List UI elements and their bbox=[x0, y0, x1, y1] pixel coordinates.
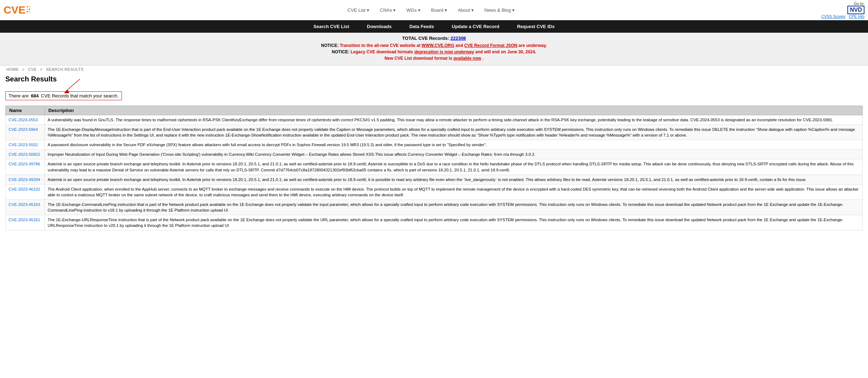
notice1-text2: and bbox=[455, 43, 464, 48]
notice-2: NOTICE: Legacy CVE download formats depr… bbox=[0, 49, 868, 54]
cve-link[interactable]: CVE-2023-45161 bbox=[9, 218, 40, 222]
secnav-update[interactable]: Update a CVE Record bbox=[452, 24, 499, 29]
cve-link[interactable]: CVE-2023-46102 bbox=[9, 187, 40, 191]
notice2-link1[interactable]: deprecation is now underway bbox=[414, 49, 474, 54]
cve-logo-dots bbox=[27, 6, 30, 12]
breadcrumb-sep1: > bbox=[22, 67, 26, 71]
notice3-text2: . bbox=[482, 56, 483, 61]
secnav-search[interactable]: Search CVE List bbox=[314, 24, 349, 29]
table-row: CVE-2023-5552A password disclosure vulne… bbox=[6, 140, 863, 150]
cve-link[interactable]: CVE-2023-5552 bbox=[9, 143, 38, 147]
menu-item-cnas[interactable]: CNAs ▾ bbox=[380, 7, 396, 13]
notice1-link2[interactable]: CVE Record Format JSON bbox=[464, 43, 517, 48]
breadcrumb-home[interactable]: HOME bbox=[6, 67, 19, 71]
table-row: CVE-2024-0553A vulnerability was found i… bbox=[6, 115, 863, 125]
notice2-text1: Legacy CVE download formats bbox=[350, 49, 414, 54]
cve-link[interactable]: CVE-2023-49294 bbox=[9, 177, 40, 182]
table-row: CVE-2023-50822Improper Neutralization of… bbox=[6, 150, 863, 159]
notice-bar: TOTAL CVE Records: 222308 NOTICE: Transi… bbox=[0, 33, 868, 65]
cve-id-cell: CVE-2023-45161 bbox=[6, 215, 45, 230]
cve-logo[interactable]: CVE bbox=[4, 5, 30, 15]
cve-description-cell: The 1E-Exchange-DisplayMessageInstructio… bbox=[45, 125, 863, 140]
menu-item-wgs[interactable]: WGs ▾ bbox=[406, 7, 420, 13]
table-row: CVE-2023-45161The 1E-Exchange-URLRespons… bbox=[6, 215, 863, 230]
breadcrumb-results: SEARCH RESULTS bbox=[46, 67, 84, 71]
svg-line-0 bbox=[66, 79, 80, 91]
cve-logo-text: CVE bbox=[4, 5, 26, 15]
cve-link[interactable]: CVE-2023-50822 bbox=[9, 152, 40, 156]
total-records: TOTAL CVE Records: 222308 bbox=[0, 36, 868, 41]
cve-id-cell: CVE-2023-46102 bbox=[6, 184, 45, 199]
cve-description-cell: The 1E-Exchange-URLResponseTime instruct… bbox=[45, 215, 863, 230]
total-label: TOTAL CVE Records: bbox=[402, 36, 449, 41]
nvd-link-cpe[interactable]: CPE Info bbox=[849, 14, 864, 18]
page-title: Search Results bbox=[5, 75, 863, 83]
cve-id-cell: CVE-2023-5964 bbox=[6, 125, 45, 140]
cve-link[interactable]: CVE-2024-0553 bbox=[9, 118, 38, 122]
cve-description-cell: The Android Client application, when enr… bbox=[45, 184, 863, 199]
breadcrumb: HOME > CVE > SEARCH RESULTS bbox=[0, 65, 868, 73]
cve-id-cell: CVE-2023-49786 bbox=[6, 159, 45, 175]
menu-item-cvelist[interactable]: CVE List ▾ bbox=[348, 7, 369, 13]
main-content: Search Results There are 684 CVE Records… bbox=[0, 73, 868, 236]
table-row: CVE-2023-49294Asterisk is an open source… bbox=[6, 175, 863, 184]
notice3-link1[interactable]: available now bbox=[454, 56, 481, 61]
secnav-downloads[interactable]: Downloads bbox=[367, 24, 391, 29]
cve-id-cell: CVE-2024-0553 bbox=[6, 115, 45, 125]
total-count[interactable]: 222308 bbox=[450, 36, 466, 41]
top-menu: CVE List ▾ CNAs ▾ WGs ▾ Board ▾ About ▾ … bbox=[41, 7, 821, 13]
nvd-link-cvss[interactable]: CVSS Scores bbox=[821, 14, 845, 18]
goto-label: Go to: bbox=[854, 1, 864, 6]
cve-link[interactable]: CVE-2023-5964 bbox=[9, 127, 38, 132]
annotation-area: There are 684 CVE Records that match you… bbox=[5, 86, 863, 104]
nvd-logo[interactable]: NVD bbox=[847, 6, 864, 14]
menu-item-about[interactable]: About ▾ bbox=[458, 7, 474, 13]
breadcrumb-cve[interactable]: CVE bbox=[28, 67, 37, 71]
top-navigation: CVE CVE List ▾ CNAs ▾ WGs ▾ Board ▾ bbox=[0, 0, 868, 20]
count-prefix: There are bbox=[9, 93, 28, 99]
notice1-link1[interactable]: WWW.CVE.ORG bbox=[422, 43, 454, 48]
col-header-desc: Description bbox=[45, 106, 863, 115]
cve-description-cell: A password disclosure vulnerability in t… bbox=[45, 140, 863, 150]
cve-description-cell: The 1E-Exchange-CommandLinePing instruct… bbox=[45, 199, 863, 215]
secondary-navigation: Search CVE List Downloads Data Feeds Upd… bbox=[0, 20, 868, 33]
table-row: CVE-2023-5964The 1E-Exchange-DisplayMess… bbox=[6, 125, 863, 140]
breadcrumb-sep2: > bbox=[40, 67, 44, 71]
notice2-prefix: NOTICE: bbox=[332, 49, 351, 54]
results-table: Name Description CVE-2024-0553A vulnerab… bbox=[5, 106, 863, 230]
nvd-area: Go to: NVD CVSS Scores CPE Info bbox=[821, 1, 864, 18]
notice3-text1: New CVE List download format is bbox=[385, 56, 454, 61]
notice1-prefix: NOTICE: bbox=[321, 43, 340, 48]
menu-item-board[interactable]: Board ▾ bbox=[431, 7, 447, 13]
result-count: 684 bbox=[31, 93, 39, 99]
cve-link[interactable]: CVE-2023-45163 bbox=[9, 202, 40, 207]
notice-1: NOTICE: Transition to the all-new CVE we… bbox=[0, 43, 868, 48]
nvd-links: CVSS Scores CPE Info bbox=[821, 14, 864, 18]
cve-link[interactable]: CVE-2023-49786 bbox=[9, 162, 40, 166]
logo-area: CVE bbox=[4, 5, 30, 15]
notice1-text1: Transition to the all-new CVE website at bbox=[340, 43, 422, 48]
cve-description-cell: Improper Neutralization of Input During … bbox=[45, 150, 863, 159]
cve-id-cell: CVE-2023-45163 bbox=[6, 199, 45, 215]
cve-description-cell: Asterisk is an open source private branc… bbox=[45, 175, 863, 184]
secnav-datafeeds[interactable]: Data Feeds bbox=[409, 24, 434, 29]
cve-id-cell: CVE-2023-50822 bbox=[6, 150, 45, 159]
svg-marker-1 bbox=[64, 90, 69, 93]
notice1-text3: are underway. bbox=[519, 43, 547, 48]
notice2-text2: and will end on June 30, 2024. bbox=[475, 49, 536, 54]
menu-item-newsblog[interactable]: News & Blog ▾ bbox=[484, 7, 515, 13]
table-row: CVE-2023-49786Asterisk is an open source… bbox=[6, 159, 863, 175]
secnav-request[interactable]: Request CVE IDs bbox=[517, 24, 554, 29]
table-row: CVE-2023-45163The 1E-Exchange-CommandLin… bbox=[6, 199, 863, 215]
col-header-name: Name bbox=[6, 106, 45, 115]
cve-id-cell: CVE-2023-49294 bbox=[6, 175, 45, 184]
cve-description-cell: Asterisk is an open source private branc… bbox=[45, 159, 863, 175]
cve-description-cell: A vulnerability was found in GnuTLS. The… bbox=[45, 115, 863, 125]
notice-3: New CVE List download format is availabl… bbox=[0, 56, 868, 61]
arrow-annotation bbox=[59, 77, 87, 95]
cve-id-cell: CVE-2023-5552 bbox=[6, 140, 45, 150]
table-row: CVE-2023-46102The Android Client applica… bbox=[6, 184, 863, 199]
